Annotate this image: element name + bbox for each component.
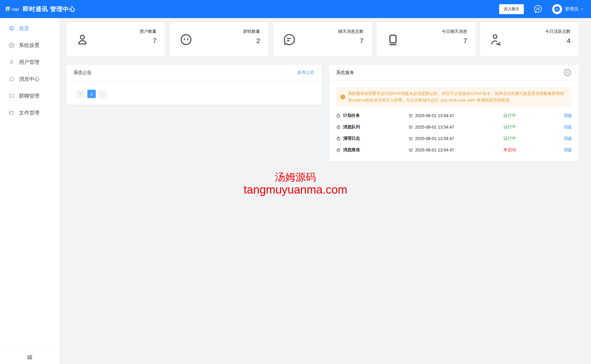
broken-image-icon: logo [5,6,19,12]
stat-label: 聊天消息总数 [338,29,364,34]
stat-label: 群组数量 [243,29,260,34]
sidebar: 首页 系统设置 用户管理 [0,18,60,364]
service-time: 2025-08-01 13:54:47 [415,113,454,118]
alarm-clock-icon [408,125,413,129]
service-name: 计划任务 [343,113,360,118]
sidebar-item-message-center[interactable]: 消息中心 [0,70,60,87]
service-log-link[interactable]: 日志 [557,113,572,118]
stopwatch-icon [336,148,341,152]
sidebar-item-label: 群聊管理 [19,92,39,99]
admin-avatar[interactable] [552,4,562,14]
service-status: 运行中 [503,136,557,141]
app-header: logo 即时通讯 管理中心 进入聊天 管理员 [0,0,591,18]
main-content: 用户数量 7 群组数量 2 [60,18,591,364]
stopwatch-icon [336,114,341,118]
stat-card-active-today: 今日活跃总数 4 [480,23,579,57]
chat-bubble-icon [282,33,296,47]
sidebar-collapse-button[interactable] [0,350,60,364]
stat-value: 7 [442,37,467,45]
gear-icon [9,42,14,48]
sidebar-item-label: 消息中心 [19,76,39,82]
active-user-icon [489,33,503,47]
pause-circle-icon[interactable] [563,68,572,77]
chat-outline-icon[interactable] [533,4,543,14]
service-row: 消息队列 2025-08-01 13:54:47 运行中 日志 [336,121,572,133]
stat-label: 用户数量 [140,29,157,34]
stat-label: 今日聊天消息 [442,29,467,34]
sidebar-item-user-management[interactable]: 用户管理 [0,54,60,70]
service-log-link[interactable]: 日志 [557,136,572,141]
admin-name[interactable]: 管理员 [565,6,578,12]
stats-row: 用户数量 7 群组数量 2 [66,23,579,57]
sidebar-item-label: 首页 [19,25,29,32]
services-title: 系统服务 [336,70,354,76]
face-icon [179,33,193,47]
stat-card-groups: 群组数量 2 [170,23,269,57]
pagination-next-button[interactable] [98,90,107,98]
collapse-menu-icon [27,354,33,360]
publish-announcement-link[interactable]: 发布公告 [297,70,314,75]
service-log-link[interactable]: 日志 [557,147,572,153]
stat-value: 2 [243,37,260,45]
services-panel: 系统服务 ! 系统服务使用要求运行的PHP的版本必须是默认的，并且可以直接执行P… [329,65,579,161]
sidebar-item-home[interactable]: 首页 [0,20,60,37]
service-status: 未启动 [503,147,557,153]
stat-value: 7 [338,37,364,45]
sidebar-item-label: 用户管理 [19,59,39,66]
stat-card-today-messages: 今日聊天消息 7 [377,23,476,57]
service-status: 运行中 [503,124,557,130]
stopwatch-icon [336,125,341,129]
stat-card-total-messages: 聊天消息总数 7 [273,23,372,57]
service-row: 清理日志 2025-08-01 13:54:47 运行中 日志 [336,133,572,144]
logo: logo 即时通讯 管理中心 [5,5,75,13]
sidebar-item-label: 文件管理 [19,109,39,116]
chevron-down-icon[interactable] [580,7,584,11]
pagination-prev-button[interactable] [77,90,85,98]
alarm-clock-icon [408,136,413,141]
sidebar-item-group-chat[interactable]: 群聊管理 [0,87,60,104]
stat-value: 4 [545,37,571,45]
stat-label: 今日活跃总数 [545,29,571,34]
group-chat-icon [9,93,14,99]
logo-alt-text: logo [12,7,19,11]
stat-card-users: 用户数量 7 [66,23,165,57]
stat-value: 7 [140,37,157,45]
alarm-clock-icon [408,148,413,152]
user-icon [9,59,14,65]
warning-icon: ! [340,95,345,99]
chevron-right-icon [101,92,104,95]
service-status: 运行中 [503,113,557,118]
enter-chat-button[interactable]: 进入聊天 [499,4,524,14]
home-dashboard-icon [9,26,14,31]
service-time: 2025-08-01 13:54:47 [415,125,454,129]
person-icon [75,33,89,47]
monitor-icon [386,33,400,47]
service-row: 消息推送 2025-08-01 13:54:47 未启动 日志 [336,144,572,156]
service-row: 计划任务 2025-08-01 13:54:47 运行中 日志 [336,110,572,121]
alarm-clock-icon [408,114,413,118]
sidebar-item-file-management[interactable]: 文件管理 [0,104,60,121]
sidebar-item-system-settings[interactable]: 系统设置 [0,37,60,54]
stopwatch-icon [336,136,341,141]
service-log-link[interactable]: 日志 [557,124,572,130]
pagination: 1 [77,90,314,98]
service-time: 2025-08-01 13:54:47 [415,148,454,152]
message-dots-icon [9,76,14,82]
sidebar-item-label: 系统设置 [19,42,39,49]
service-alert: ! 系统服务使用要求运行的PHP的版本必须是默认的，并且可以直接执行PHP命令。… [336,87,572,106]
announcement-panel: 系统公告 发布公告 1 [66,65,321,105]
service-name: 消息推送 [343,147,360,153]
service-name: 清理日志 [343,136,360,141]
service-alert-text: 系统服务使用要求运行的PHP的版本必须是默认的，并且可以直接执行PHP命令。如果… [348,90,568,103]
service-time: 2025-08-01 13:54:47 [415,136,454,141]
pagination-page-1[interactable]: 1 [87,90,96,98]
folder-icon [9,110,14,116]
app-title: 即时通讯 管理中心 [23,5,76,13]
chevron-left-icon [79,92,82,95]
announcement-title: 系统公告 [73,70,92,76]
service-name: 消息队列 [343,124,360,130]
